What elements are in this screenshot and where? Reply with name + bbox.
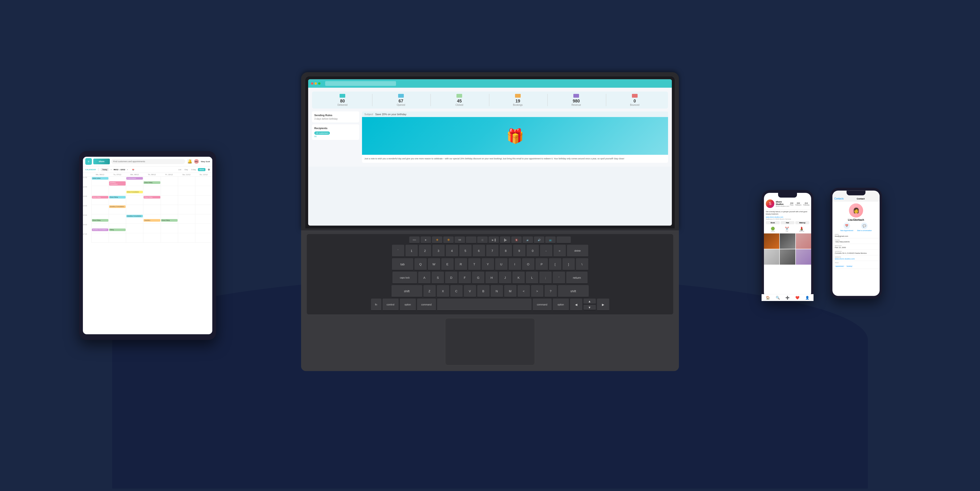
arrow-down-key[interactable]: ▼	[584, 305, 596, 310]
grid-photo-4[interactable]	[764, 249, 779, 265]
space-key[interactable]	[437, 299, 531, 311]
cell-mon-15[interactable]: Dress Fitting	[91, 215, 109, 224]
profile-nav-icon[interactable]: 👤	[805, 296, 809, 298]
key-a[interactable]: A	[418, 272, 431, 284]
key-m[interactable]: M	[504, 285, 517, 297]
event-jewellery-wed-15[interactable]: Jewellery Consultation	[126, 215, 143, 218]
f1-key[interactable]: ▶	[421, 237, 431, 244]
cell-mon-17[interactable]	[91, 233, 109, 243]
cell-tue-12[interactable]	[109, 186, 126, 195]
profile-website[interactable]: www.shore-studios.com	[764, 216, 811, 218]
cell-wed-13[interactable]	[126, 195, 143, 205]
right-shift-key[interactable]: shift	[558, 285, 589, 297]
left-shift-key[interactable]: shift	[391, 285, 422, 297]
cell-wed-17[interactable]	[126, 233, 143, 243]
cell-sun-13[interactable]	[195, 195, 212, 205]
list-view-tab[interactable]: List	[177, 168, 183, 171]
phone-value[interactable]: +4917681234578	[835, 241, 877, 243]
key-period[interactable]: >	[531, 285, 543, 297]
add-nav-icon[interactable]: ➕	[786, 296, 789, 298]
right-option-key[interactable]: option	[553, 299, 569, 311]
maximize-window-button[interactable]	[318, 83, 320, 85]
cell-tue-14[interactable]: Jewellery Consultation	[109, 205, 126, 215]
day-view-tab[interactable]: Day	[183, 168, 189, 171]
notifications-icon[interactable]: 🔔	[188, 159, 192, 164]
cell-sat-15[interactable]	[178, 215, 195, 224]
cell-thu-14[interactable]	[143, 205, 160, 215]
three-day-view-tab[interactable]: 3-day	[190, 168, 197, 171]
settings-icon[interactable]: ⚙	[208, 168, 210, 171]
grid-photo-2[interactable]	[780, 234, 795, 249]
event-jewellery-mon-16[interactable]: Jewellery Consultation	[92, 229, 108, 231]
hamburger-menu-icon[interactable]: ≡	[85, 158, 92, 165]
key-e[interactable]: E	[441, 258, 453, 270]
cell-tue-15[interactable]	[109, 215, 126, 224]
key-o[interactable]: O	[522, 258, 535, 270]
f3-key[interactable]: 🔆	[443, 237, 453, 244]
cell-sat-16[interactable]	[178, 224, 195, 233]
f8-key[interactable]: ▐▶	[500, 237, 510, 244]
event-dress-fri-15[interactable]: Dress Fitting	[161, 219, 178, 222]
grid-photo-3[interactable]	[796, 234, 811, 249]
home-nav-icon[interactable]: 🏠	[766, 296, 770, 298]
cell-sun-14[interactable]	[195, 205, 212, 215]
event-jewellery-thu-15[interactable]: Jewellery	[143, 219, 160, 222]
event-dress-fitting-thu[interactable]: Dress Fitting	[143, 181, 160, 184]
key-s[interactable]: S	[432, 272, 444, 284]
key-d[interactable]: D	[445, 272, 457, 284]
email-value[interactable]: lisa@gmail.com	[835, 235, 877, 237]
event-custom[interactable]: Customisation	[126, 177, 143, 180]
cell-sun-15[interactable]	[195, 215, 212, 224]
cell-fri-12[interactable]	[161, 186, 178, 195]
left-option-key[interactable]: option	[400, 299, 416, 311]
control-key[interactable]: control	[383, 299, 399, 311]
url-bar[interactable]	[325, 81, 396, 86]
cell-wed-14[interactable]	[126, 205, 143, 215]
grid-photo-5[interactable]	[780, 249, 795, 265]
cell-sun-16[interactable]	[195, 224, 212, 233]
cell-wed-15[interactable]: Jewellery Consultation	[126, 215, 143, 224]
event-dress-fitting-tue[interactable]: Dress Fitting	[109, 196, 126, 199]
key-slash[interactable]: ?	[544, 285, 557, 297]
event-jewellery-0[interactable]: JewelleryConsultation	[109, 181, 126, 186]
key-5[interactable]: 5	[459, 245, 472, 257]
f6-key[interactable]: ⟨⟨	[477, 237, 488, 244]
cell-tue-17[interactable]	[109, 233, 126, 243]
cell-sat-12[interactable]	[178, 186, 195, 195]
key-q[interactable]: Q	[414, 258, 427, 270]
esc-key[interactable]: esc	[409, 237, 420, 244]
key-semicolon[interactable]: ;	[539, 272, 552, 284]
cell-thu-13[interactable]: Dress Fitting	[143, 195, 160, 205]
cell-sat-14[interactable]	[178, 205, 195, 215]
right-command-key[interactable]: command	[533, 299, 552, 311]
cell-mon-16[interactable]: Jewellery Consultation	[91, 224, 109, 233]
key-1[interactable]: 1	[406, 245, 418, 257]
key-z[interactable]: Z	[423, 285, 436, 297]
f2-key[interactable]: 🔅	[432, 237, 442, 244]
left-command-key[interactable]: command	[417, 299, 436, 311]
event-dress-fitting-fri[interactable]: Dress Fitting	[143, 196, 160, 199]
return-key[interactable]: return	[566, 272, 587, 284]
key-j[interactable]: J	[499, 272, 511, 284]
cell-sat-11[interactable]	[178, 176, 195, 186]
key-p[interactable]: P	[536, 258, 548, 270]
key-minus[interactable]: -	[540, 245, 552, 257]
cell-thu-12[interactable]	[143, 186, 160, 195]
key-2[interactable]: 2	[419, 245, 431, 257]
cell-mon-11[interactable]: colour colour	[91, 176, 109, 186]
key-comma[interactable]: <	[518, 285, 530, 297]
cell-thu-16[interactable]	[143, 224, 160, 233]
f12-key[interactable]: 📺	[545, 237, 556, 244]
cell-thu-15[interactable]: Jewellery	[143, 215, 160, 224]
grid-photo-1[interactable]	[764, 234, 779, 249]
cell-sun-12[interactable]	[195, 186, 212, 195]
key-c[interactable]: C	[450, 285, 463, 297]
cell-fri-11[interactable]	[161, 176, 178, 186]
cell-fri-16[interactable]	[161, 224, 178, 233]
next-week-button[interactable]: ›	[127, 168, 129, 171]
makeup-button[interactable]: Makeup	[795, 221, 809, 224]
cell-sat-17[interactable]	[178, 233, 195, 243]
key-7[interactable]: 7	[486, 245, 498, 257]
event-dress-fitting-mon[interactable]: Dress Fitting	[92, 196, 108, 199]
cell-fri-17[interactable]	[161, 233, 178, 243]
